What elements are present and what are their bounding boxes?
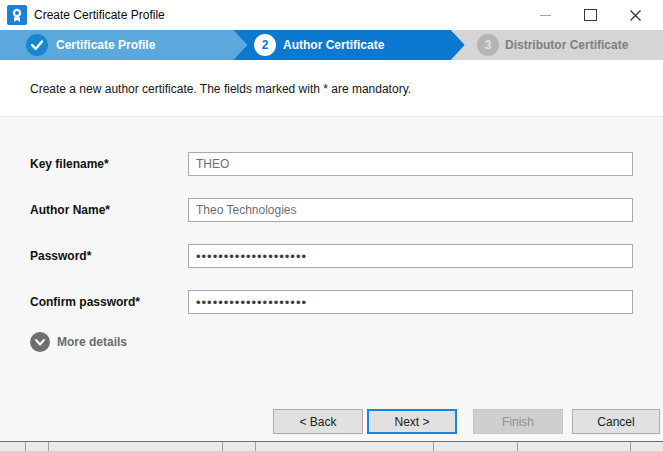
key-filename-input[interactable] [188, 152, 633, 176]
background-window-strip [0, 442, 663, 451]
more-details-toggle[interactable]: More details [30, 332, 127, 352]
confirm-password-label: Confirm password* [30, 290, 140, 314]
close-icon [629, 9, 642, 22]
wizard-step-bar: Certificate Profile 2 Author Certificate… [0, 30, 663, 60]
certificate-app-icon [7, 5, 27, 25]
step3-label: Distributor Certificate [505, 30, 628, 60]
back-button[interactable]: < Back [273, 409, 363, 434]
step1-label: Certificate Profile [56, 30, 155, 60]
finish-button: Finish [473, 409, 563, 434]
cancel-button[interactable]: Cancel [572, 409, 660, 434]
step1-check-icon [26, 34, 48, 56]
table-divider [517, 442, 518, 451]
step3-number: 3 [485, 38, 492, 52]
maximize-button[interactable] [568, 0, 613, 30]
next-button[interactable]: Next > [367, 409, 457, 434]
author-name-label: Author Name* [30, 198, 110, 222]
chevron-down-icon [30, 332, 50, 352]
table-divider [25, 442, 26, 451]
password-label: Password* [30, 244, 91, 268]
step2-label: Author Certificate [283, 30, 384, 60]
minimize-button[interactable] [523, 0, 568, 30]
description-area: Create a new author certificate. The fie… [0, 60, 663, 117]
title-bar: Create Certificate Profile [0, 0, 663, 30]
step2-number: 2 [262, 38, 269, 52]
window-title: Create Certificate Profile [34, 0, 165, 30]
close-button[interactable] [613, 0, 658, 30]
table-divider [48, 442, 49, 451]
table-divider [255, 442, 256, 451]
key-filename-label: Key filename* [30, 152, 109, 176]
create-certificate-profile-dialog: Create Certificate Profile Certificate P… [0, 0, 663, 451]
author-certificate-form: Key filename* Author Name* Password* Con… [0, 117, 663, 442]
table-divider [433, 442, 434, 451]
confirm-password-input[interactable] [188, 290, 633, 314]
author-name-input[interactable] [188, 198, 633, 222]
minimize-icon [540, 15, 551, 16]
step2-number-badge: 2 [254, 34, 276, 56]
table-divider [222, 442, 223, 451]
step3-number-badge: 3 [477, 34, 499, 56]
password-input[interactable] [188, 244, 633, 268]
more-details-label: More details [57, 335, 127, 349]
description-text: Create a new author certificate. The fie… [30, 82, 411, 96]
maximize-icon [584, 9, 597, 21]
table-divider [630, 442, 631, 451]
